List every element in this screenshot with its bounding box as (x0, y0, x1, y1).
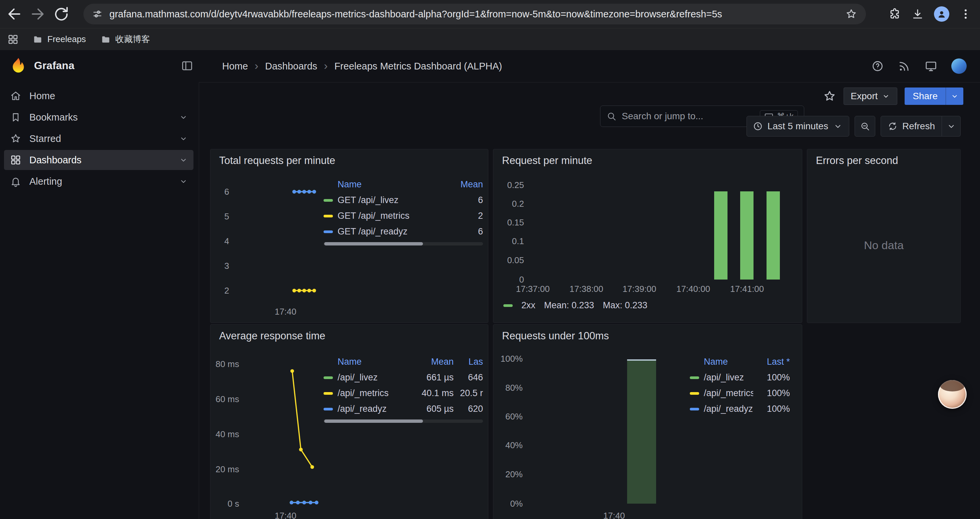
chevron-down-icon[interactable] (179, 134, 188, 143)
zoom-out-button[interactable] (854, 116, 875, 137)
news-rss-icon[interactable] (898, 60, 911, 72)
legend-col[interactable]: Mean (446, 179, 483, 190)
x-tick-label: 17:38:00 (563, 284, 610, 294)
legend-col-name[interactable]: Name (323, 357, 404, 367)
grafana-logo[interactable] (10, 57, 27, 75)
breadcrumb-current[interactable]: Freeleaps Metrics Dashboard (ALPHA) (334, 61, 502, 72)
refresh-label: Refresh (902, 121, 935, 132)
legend-row[interactable]: /api/_readyz605 µs620 (323, 401, 483, 417)
chevron-down-icon[interactable] (179, 177, 188, 186)
sidebar-item-dashboards[interactable]: Dashboards (4, 150, 194, 170)
legend-hscrollbar[interactable] (323, 420, 483, 423)
floating-assistant-avatar[interactable] (938, 380, 967, 409)
series-swatch (323, 199, 333, 202)
y-tick-label: 20% (493, 469, 523, 480)
share-split-button: Share (905, 88, 963, 105)
series-swatch (503, 304, 513, 307)
chevron-down-icon (946, 121, 956, 131)
sidebar-item-label: Alerting (29, 176, 62, 187)
bookmark-label: 收藏博客 (115, 34, 150, 45)
grafana-profile-avatar[interactable] (951, 58, 967, 74)
extensions-icon[interactable] (889, 8, 901, 21)
series-swatch (323, 408, 333, 410)
panel-requests-under-100ms: Requests under 100ms 17:40 100%80%60%40%… (493, 324, 802, 519)
site-settings-icon[interactable] (92, 9, 103, 19)
series-swatch (323, 230, 333, 233)
y-tick-label: 5 (210, 211, 229, 222)
export-button[interactable]: Export (843, 88, 897, 105)
time-range-picker[interactable]: Last 5 minutes (746, 116, 849, 137)
legend-header: NameLast * (690, 354, 790, 370)
panel-title[interactable]: Errors per second (816, 155, 898, 167)
browser-profile-avatar[interactable] (934, 6, 949, 22)
apps-grid-icon[interactable] (7, 34, 19, 45)
legend-row[interactable]: GET /api/_livez6 (323, 192, 483, 208)
bookmark-item-freeleaps[interactable]: Freeleaps (27, 31, 92, 47)
search-icon (606, 111, 616, 121)
legend-row[interactable]: /api/_livez100% (690, 370, 790, 385)
apps-icon (10, 154, 21, 166)
url-text[interactable]: grafana.mathmast.com/d/deytv4rwavabkb/fr… (110, 9, 845, 20)
panel-title[interactable]: Requests under 100ms (502, 330, 609, 342)
breadcrumb-separator: › (324, 59, 328, 73)
bar-under-100ms (627, 359, 656, 504)
panel-total-requests: Total requests per minute 17:40 65432Nam… (210, 149, 488, 323)
legend-col[interactable]: Last * (753, 357, 790, 367)
breadcrumb-home[interactable]: Home (222, 61, 248, 72)
refresh-button[interactable]: Refresh (881, 116, 942, 137)
sidebar-item-label: Starred (29, 133, 61, 144)
legend-col-name[interactable]: Name (690, 357, 753, 367)
legend-row[interactable]: GET /api/_readyz6 (323, 224, 483, 240)
search-input[interactable] (621, 110, 755, 122)
browser-menu-icon[interactable] (959, 8, 972, 21)
chevron-down-icon[interactable] (179, 155, 188, 164)
legend-row[interactable]: /api/_livez661 µs646 (323, 370, 483, 385)
refresh-interval-button[interactable] (942, 116, 961, 137)
panel-title[interactable]: Request per minute (502, 155, 592, 167)
collapse-sidebar-icon[interactable] (181, 59, 194, 72)
back-icon[interactable] (5, 5, 23, 23)
share-menu-button[interactable] (946, 88, 963, 105)
breadcrumb-dashboards[interactable]: Dashboards (265, 61, 317, 72)
sidebar-item-bookmarks[interactable]: Bookmarks (4, 107, 194, 127)
legend-row[interactable]: /api/_metrics40.1 ms20.5 r (323, 385, 483, 401)
y-tick-label: 0.15 (493, 217, 524, 228)
url-bar[interactable]: grafana.mathmast.com/d/deytv4rwavabkb/fr… (83, 4, 866, 24)
legend-col[interactable]: Mean (404, 357, 453, 367)
sidebar-item-alerting[interactable]: Alerting (4, 171, 194, 192)
star-icon (10, 133, 21, 144)
legend-value: 20.5 r (453, 388, 483, 398)
reload-icon[interactable] (52, 5, 70, 23)
legend-col[interactable]: Las (453, 357, 483, 367)
legend-value: 661 µs (404, 372, 453, 383)
legend-row[interactable]: /api/_readyz100% (690, 401, 790, 417)
legend-row[interactable]: /api/_metrics100% (690, 385, 790, 401)
legend-header: NameMeanLas (323, 354, 483, 370)
chevron-down-icon (833, 121, 843, 131)
monitor-icon[interactable] (924, 60, 937, 72)
favorite-star-icon[interactable] (823, 89, 836, 103)
sidebar-item-home[interactable]: Home (4, 86, 194, 106)
x-tick-label: 17:39:00 (616, 284, 663, 294)
legend-hscrollbar[interactable] (323, 242, 483, 246)
y-tick-label: 80% (493, 382, 523, 393)
chevron-down-icon[interactable] (179, 113, 188, 122)
browser-toolbar: grafana.mathmast.com/d/deytv4rwavabkb/fr… (0, 0, 980, 28)
legend-row[interactable]: GET /api/_metrics2 (323, 208, 483, 224)
legend-col-name[interactable]: Name (323, 179, 446, 190)
forward-icon[interactable] (29, 5, 47, 23)
person-icon (936, 8, 947, 20)
legend-inline[interactable]: 2xxMean: 0.233Max: 0.233 (503, 300, 648, 311)
download-icon[interactable] (911, 8, 924, 21)
sidebar-item-starred[interactable]: Starred (4, 129, 194, 149)
help-icon[interactable] (871, 60, 884, 72)
panel-title[interactable]: Total requests per minute (219, 155, 335, 167)
panel-title[interactable]: Average response time (219, 330, 325, 342)
bookmark-item-blogs[interactable]: 收藏博客 (95, 31, 156, 48)
series-swatch (323, 215, 333, 217)
sidebar-nav: HomeBookmarksStarredDashboardsAlerting (0, 82, 199, 519)
series-max: Max: 0.233 (603, 300, 648, 311)
share-button[interactable]: Share (905, 88, 946, 105)
folder-icon (33, 34, 43, 45)
bookmark-star-icon[interactable] (845, 8, 857, 20)
